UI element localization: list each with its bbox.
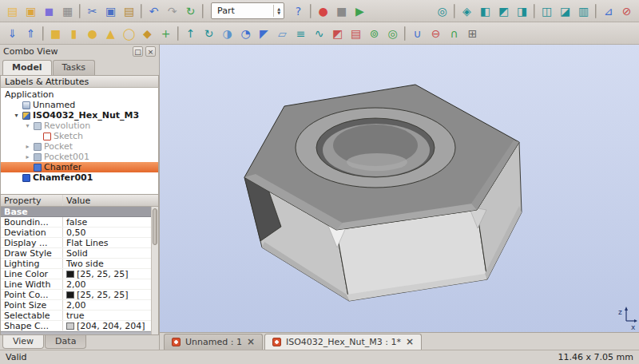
print-icon[interactable]: ▦ [58, 2, 77, 20]
tree-item-pocket001[interactable]: Pocket001 [1, 152, 158, 162]
close-panel-icon[interactable] [145, 46, 156, 57]
toolbar-separator [141, 4, 142, 18]
torus-primitive-icon[interactable]: ◯ [120, 25, 138, 42]
property-scrollbar[interactable] [151, 207, 158, 334]
offset-icon[interactable]: ⊚ [365, 25, 383, 42]
loft-icon[interactable]: ≡ [292, 25, 310, 42]
column-header-property[interactable]: Property [1, 195, 63, 206]
property-name: Line Width [1, 279, 63, 289]
expand-arrow-icon[interactable] [24, 122, 31, 129]
tree-item-chamfer001[interactable]: Chamfer001 [1, 172, 158, 183]
float-panel-icon[interactable] [133, 46, 143, 57]
property-row[interactable]: Line Width 2,00 [1, 279, 158, 290]
save-icon[interactable]: ◼ [40, 2, 58, 20]
property-row[interactable]: Deviation 0,50 [1, 228, 158, 238]
property-name: Lighting [1, 259, 63, 268]
tree-item-application[interactable]: Application [1, 89, 158, 100]
tree-item-revolution[interactable]: Revolution [1, 121, 158, 131]
property-row[interactable]: Boundin... false [1, 217, 158, 228]
tree-item-sketch[interactable]: Sketch [1, 131, 158, 141]
undo-icon[interactable]: ↶ [145, 2, 163, 20]
macro-play-icon[interactable]: ▶ [351, 2, 369, 20]
boolean-union-icon[interactable]: ∪ [408, 25, 427, 42]
sweep-icon[interactable]: ∿ [310, 25, 328, 42]
document-tab[interactable]: ISO4032_Hex_Nut_M3 : 1* [264, 334, 422, 350]
compound-icon[interactable]: ⊞ [463, 25, 482, 42]
cylinder-primitive-icon[interactable]: ▮ [65, 25, 83, 42]
whats-this-icon[interactable]: ? [289, 2, 308, 20]
property-row[interactable]: Draw Style Solid [1, 248, 158, 259]
shape-builder-icon[interactable]: + [157, 25, 175, 42]
collapse-arrow-icon[interactable] [24, 143, 31, 150]
property-row[interactable]: Shape C... [204, 204, 204] [1, 321, 158, 331]
top-view-icon[interactable]: ◩ [494, 2, 513, 20]
import-icon[interactable]: ⇓ [3, 25, 22, 42]
tab-view[interactable]: View [2, 335, 44, 349]
expand-arrow-icon[interactable] [13, 112, 20, 119]
property-row[interactable]: Point Size 2,00 [1, 300, 158, 311]
front-view-icon[interactable]: ◧ [476, 2, 494, 20]
left-view-icon[interactable]: ▥ [574, 2, 593, 20]
document-tab-label: Unnamed : 1 [185, 337, 242, 347]
column-header-value[interactable]: Value [63, 195, 158, 206]
box-primitive-icon[interactable]: ■ [46, 25, 65, 42]
tree-item-unnamed[interactable]: Unnamed [1, 100, 158, 110]
property-row[interactable]: Line Color [25, 25, 25] [1, 269, 158, 279]
redo-icon[interactable]: ↷ [163, 2, 181, 20]
property-row[interactable]: Selectable true [1, 311, 158, 321]
tab-model[interactable]: Model [2, 60, 52, 75]
3d-viewport[interactable]: z x [160, 45, 639, 332]
tree-item-body[interactable]: ISO4032_Hex_Nut_M3 [1, 110, 158, 121]
section-icon[interactable]: ◩ [328, 25, 347, 42]
toolbar-separator [202, 4, 204, 18]
fillet-icon[interactable]: ◔ [236, 25, 255, 42]
open-folder-icon[interactable]: ▣ [22, 2, 40, 20]
property-row[interactable]: Display ... Flat Lines [1, 238, 158, 248]
property-row[interactable]: Lighting Two side [1, 259, 158, 269]
fit-all-icon[interactable]: ◎ [433, 2, 451, 20]
extrude-icon[interactable]: ↑ [181, 25, 200, 42]
macro-record-icon[interactable]: ● [314, 2, 332, 20]
rear-view-icon[interactable]: ◫ [538, 2, 556, 20]
property-row[interactable]: Base [1, 207, 158, 217]
cone-primitive-icon[interactable]: ▲ [101, 25, 120, 42]
thickness-icon[interactable]: ◎ [383, 25, 402, 42]
property-value-text: 2,00 [66, 300, 86, 310]
cross-sections-icon[interactable]: ▤ [347, 25, 365, 42]
close-tab-icon[interactable] [247, 337, 255, 347]
tree-item-pocket[interactable]: Pocket [1, 141, 158, 152]
axonometric-view-icon[interactable]: ◈ [458, 2, 476, 20]
document-icon [22, 101, 30, 109]
workbench-selector[interactable]: Part [211, 2, 284, 19]
right-view-icon[interactable]: ◨ [513, 2, 531, 20]
property-value: Flat Lines [63, 238, 158, 247]
mirror-icon[interactable]: ◑ [218, 25, 236, 42]
tab-data[interactable]: Data [45, 335, 86, 349]
clear-measurement-icon[interactable]: ⊘ [617, 2, 636, 20]
refresh-icon[interactable]: ↻ [181, 2, 200, 20]
property-row[interactable]: Point Co... [25, 25, 25] [1, 290, 158, 300]
export-icon[interactable]: ⇑ [22, 25, 40, 42]
sphere-primitive-icon[interactable]: ● [83, 25, 101, 42]
ruled-surface-icon[interactable]: ▱ [273, 25, 292, 42]
tab-tasks[interactable]: Tasks [53, 60, 95, 75]
paste-icon[interactable]: ▤ [120, 2, 138, 20]
measure-distance-icon[interactable]: ⊿ [599, 2, 617, 20]
cut-icon[interactable]: ✂ [83, 2, 101, 20]
close-tab-icon[interactable] [406, 337, 414, 347]
boolean-intersection-icon[interactable]: ∩ [445, 25, 463, 42]
property-value-text: true [66, 311, 85, 320]
new-document-icon[interactable]: ▤ [3, 2, 22, 20]
boolean-cut-icon[interactable]: ⊖ [427, 25, 445, 42]
tree-item-chamfer[interactable]: Chamfer [1, 162, 158, 172]
revolve-icon[interactable]: ↻ [200, 25, 218, 42]
create-primitives-icon[interactable]: ◆ [138, 25, 157, 42]
collapse-arrow-icon[interactable] [24, 153, 31, 160]
bottom-view-icon[interactable]: ◪ [556, 2, 574, 20]
document-tab[interactable]: Unnamed : 1 [164, 334, 263, 350]
scrollbar-thumb[interactable] [153, 208, 157, 245]
macro-stop-icon[interactable]: ■ [332, 2, 351, 20]
property-value-text: [25, 25, 25] [77, 269, 129, 279]
copy-icon[interactable]: ▣ [101, 2, 120, 20]
chamfer-icon[interactable]: ◤ [255, 25, 273, 42]
